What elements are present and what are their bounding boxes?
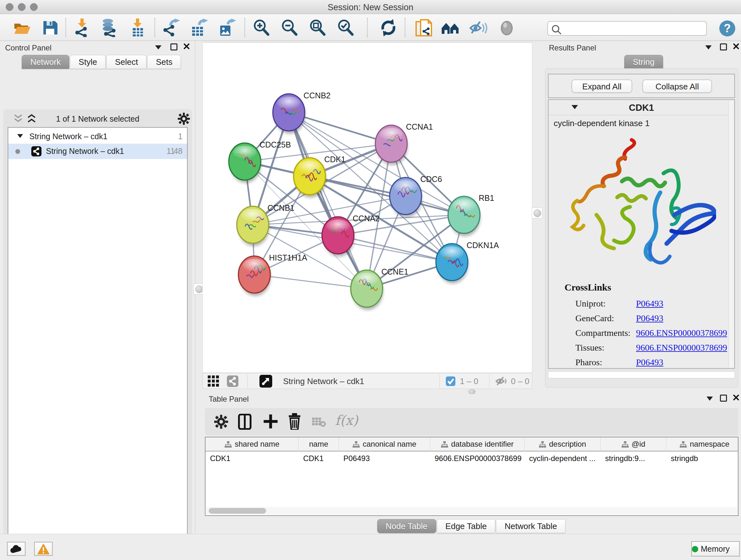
results-horizontal-scrollbar[interactable] [548,371,735,378]
export-network-icon[interactable] [161,18,180,37]
close-panel-icon[interactable]: ✕ [183,43,191,51]
zoom-selected-icon[interactable] [336,18,355,37]
horizontal-splitter-handle[interactable] [468,389,475,394]
cell-@id[interactable]: stringdb:9... [601,452,666,465]
collapse-panel-icon[interactable] [155,45,161,50]
open-session-icon[interactable] [13,18,31,37]
tab-select[interactable]: Select [106,55,146,69]
collapse-panel-icon[interactable] [705,45,712,50]
close-panel-icon[interactable]: ✕ [732,43,740,51]
cell-canonical-name[interactable]: P06493 [339,452,430,465]
right-splitter[interactable] [532,41,542,389]
table-scrollbar-thumb[interactable] [209,508,266,514]
node-CDKN1A[interactable]: CDKN1A [436,241,499,284]
import-network-file-icon[interactable] [73,18,91,37]
create-column-icon[interactable] [263,414,278,429]
cell-name[interactable]: CDK1 [299,452,339,465]
network-panel-body: 1 of 1 Network selected [3,109,192,560]
node-table[interactable]: shared namenamecanonical namedatabase id… [205,437,738,516]
network-collection-row[interactable]: String Network – cdk1 1 [8,129,187,144]
column-header-description[interactable]: description [525,437,601,451]
edge-CCNB2-CCNE1[interactable] [289,112,367,289]
tab-network[interactable]: Network [22,55,69,69]
warning-status-button[interactable] [34,542,53,556]
zoom-fit-icon[interactable] [308,18,327,37]
column-header-name[interactable]: name [299,437,339,451]
clone-network-icon[interactable] [415,18,433,37]
tab-network-table[interactable]: Network Table [496,519,565,533]
crosslink-link[interactable]: P06493 [636,313,664,323]
cell-namespace[interactable]: stringdb [666,452,738,465]
left-splitter[interactable] [195,41,202,534]
show-columns-icon[interactable] [238,414,252,430]
cell-shared-name[interactable]: CDK1 [205,452,299,465]
crosslink-link[interactable]: 9606.ENSP00000378699 [636,328,727,338]
column-header-database-identifier[interactable]: database identifier [430,437,525,451]
right-splitter-handle[interactable] [532,207,542,219]
node-CCNB2[interactable]: CCNB2 [273,91,331,134]
float-panel-icon[interactable] [720,44,727,51]
node-CCNB1[interactable]: CCNB1 [237,203,294,246]
collapse-panel-icon[interactable] [706,396,713,401]
zoom-out-icon[interactable] [280,18,299,37]
table-row[interactable]: CDK1CDK1P064939606.ENSP00000378699cyclin… [205,452,738,465]
table-horizontal-scrollbar[interactable] [206,507,737,515]
edge-CCNA2-CDKN1A[interactable] [338,235,452,262]
float-panel-icon[interactable] [171,44,178,51]
column-header-namespace[interactable]: namespace [666,437,738,451]
network-canvas[interactable]: CCNB2CCNA1CDC25BCDK1CDC6RB1CCNB1CCNA2CDK… [202,43,532,373]
export-image-icon[interactable] [218,18,236,37]
horizontal-splitter[interactable] [202,389,741,394]
delete-column-icon[interactable] [287,413,302,430]
tab-node-table[interactable]: Node Table [377,519,436,533]
grid-view-icon[interactable] [208,375,219,387]
cloud-status-button[interactable] [7,542,25,556]
crosslink-link[interactable]: P06493 [636,357,664,367]
node-CCNA1[interactable]: CCNA1 [375,122,433,165]
close-panel-icon[interactable]: ✕ [732,394,740,401]
node-CDC6[interactable]: CDC6 [390,175,442,217]
collapse-all-button[interactable]: Collapse All [643,79,712,93]
import-network-database-icon[interactable] [100,18,119,37]
refresh-icon[interactable] [379,18,398,37]
preview-eye-icon[interactable] [498,18,516,37]
tab-style[interactable]: Style [70,55,106,69]
cell-description[interactable]: cyclin-dependent ... [525,452,601,465]
float-panel-icon[interactable] [720,395,727,401]
help-button[interactable]: ? [719,20,735,37]
export-table-icon[interactable] [190,18,208,37]
memory-button[interactable]: Memory [691,541,740,557]
import-table-icon[interactable] [128,18,147,37]
results-vertical-scrollbar[interactable] [729,101,734,368]
save-session-icon[interactable] [41,18,59,37]
network-row[interactable]: String Network – cdk1 11 48 [8,144,187,159]
node-CCNE1[interactable]: CCNE1 [351,267,408,310]
tab-string[interactable]: String [624,55,663,69]
crosslink-link[interactable]: P06493 [636,299,664,308]
birdseye-view-icon[interactable] [259,375,272,388]
column-header-@id[interactable]: @id [601,437,666,451]
crosslink-link[interactable]: 9606.ENSP00000378699 [636,343,727,353]
string-view-icon[interactable] [227,375,239,387]
hide-unhide-icon[interactable] [469,18,488,37]
column-header-canonical-name[interactable]: canonical name [339,437,430,451]
node-CDK1[interactable]: CDK1 [293,155,346,198]
selected-checkbox-icon[interactable] [446,376,455,386]
tree-expand-icon[interactable] [17,134,23,138]
expand-all-button[interactable]: Expand All [571,79,632,93]
gear-icon[interactable] [178,112,190,125]
edge-CCNE1-HIST1H1A[interactable] [254,274,367,289]
cell-database-identifier[interactable]: 9606.ENSP00000378699 [430,452,525,465]
node-RB1[interactable]: RB1 [448,193,494,236]
tab-sets[interactable]: Sets [147,55,181,69]
node-HIST1H1A[interactable]: HIST1H1A [239,253,307,296]
column-header-shared-name[interactable]: shared name [205,437,299,451]
node-CDC25B[interactable]: CDC25B [229,140,291,183]
home-icon[interactable] [441,18,460,37]
zoom-in-icon[interactable] [252,18,271,37]
tab-edge-table[interactable]: Edge Table [437,519,495,533]
network-graph[interactable]: CCNB2CCNA1CDC25BCDK1CDC6RB1CCNB1CCNA2CDK… [203,43,532,373]
search-input[interactable] [564,22,702,35]
results-panel-title: Results Panel [549,44,596,52]
table-gear-icon[interactable] [214,415,228,429]
